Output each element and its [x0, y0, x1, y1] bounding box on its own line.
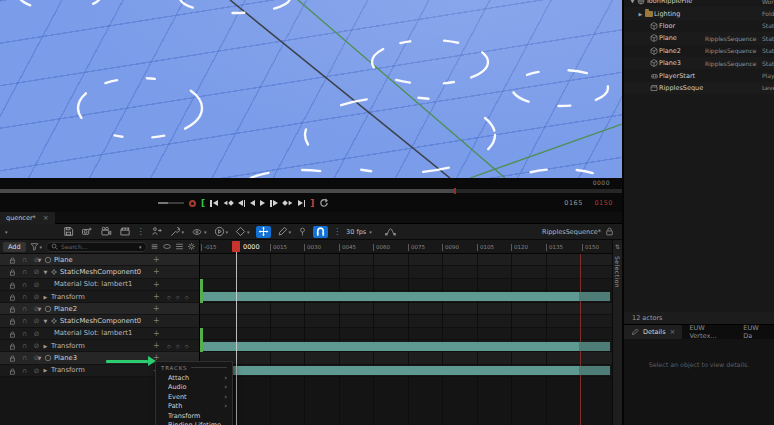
lock-icon[interactable] [8, 342, 17, 351]
track-add-icon[interactable]: + [153, 255, 160, 264]
sequence-breadcrumb[interactable]: RipplesSequence* [542, 227, 617, 236]
mute-icon[interactable]: ∩ [20, 317, 29, 326]
mute-icon[interactable]: ∩ [20, 354, 29, 363]
sequence-actions-button[interactable] [150, 226, 164, 238]
transform-section-bar[interactable] [202, 342, 610, 351]
step-forward-button[interactable] [270, 200, 278, 207]
close-icon[interactable]: × [670, 328, 676, 336]
save-button[interactable] [62, 226, 75, 238]
track-row-transform[interactable]: ∩ ⊘ ▶ Transform + ◇◇◇ [0, 340, 199, 352]
actions-wrench-button[interactable]: ▾ [169, 226, 186, 238]
menu-item-attach[interactable]: Attach › [156, 373, 232, 383]
to-end-button[interactable] [298, 200, 306, 207]
outliner-row-ripplesseque[interactable]: RipplesSeque Level [624, 82, 774, 94]
expand-arrow-icon[interactable]: ▶ [42, 367, 49, 373]
tab-euw-da[interactable]: EUW Da [736, 325, 774, 339]
deactivate-icon[interactable]: ⊘ [32, 268, 41, 277]
transform-section-bar[interactable] [202, 366, 610, 375]
menu-item-event[interactable]: Event › [156, 392, 232, 402]
deactivate-icon[interactable]: ⊘ [32, 281, 41, 290]
loop-start-icon[interactable]: [ [201, 198, 205, 208]
track-add-icon[interactable]: + [153, 316, 160, 325]
expand-arrow-icon[interactable]: ▶ [637, 11, 644, 17]
lock-icon[interactable] [8, 330, 17, 339]
tab-euw-vertex[interactable]: EUW Vertex... [682, 325, 736, 339]
expand-arrow-icon[interactable]: ▼ [42, 318, 49, 324]
playback-options-button[interactable]: ▾ [213, 226, 230, 238]
expand-arrow-icon[interactable]: ▼ [629, 0, 636, 4]
sequencer-timeline[interactable]: -015 0015 0030 0045 0060 0075 0090 0105 … [200, 240, 612, 425]
track-add-icon[interactable]: + [153, 329, 160, 338]
expand-arrow-icon[interactable]: ▼ [42, 269, 49, 275]
track-add-icon[interactable]: + [153, 341, 160, 350]
close-icon[interactable]: × [43, 214, 49, 222]
track-row-component[interactable]: ∩ ⊘ ▼ StaticMeshComponent0 + [0, 315, 199, 327]
outliner-row-plane[interactable]: Plane RipplesSequence Static [624, 32, 774, 44]
render-movie-button[interactable] [99, 226, 113, 238]
track-row-material[interactable]: ∩ ⊘ Material Slot: lambert1 + [0, 328, 199, 340]
autokey-button[interactable]: ▾ [276, 226, 293, 238]
expand-arrow-icon[interactable]: ▶ [42, 294, 49, 300]
pill-view-icon[interactable] [162, 242, 172, 251]
deactivate-icon[interactable]: ⊘ [32, 330, 41, 339]
lock-icon[interactable] [8, 256, 17, 265]
lock-icon[interactable] [8, 354, 17, 363]
outliner-row-plane3[interactable]: Plane3 RipplesSequence Static [624, 57, 774, 69]
deactivate-icon[interactable]: ⊘ [32, 354, 41, 363]
mute-icon[interactable]: ∩ [20, 305, 29, 314]
lock-icon[interactable] [8, 305, 17, 314]
outliner-row-world[interactable]: ▼ ToonRippleFile Worl [624, 0, 774, 7]
track-row-plane2[interactable]: ∩ ⊘ ▼ Plane2 + [0, 303, 199, 315]
add-track-button[interactable]: Add [3, 242, 26, 252]
deactivate-icon[interactable]: ⊘ [32, 305, 41, 314]
marker-pin-button[interactable] [297, 226, 308, 238]
to-front-button[interactable] [210, 200, 218, 207]
track-add-icon[interactable]: + [153, 292, 160, 301]
track-size-icon[interactable] [150, 242, 159, 251]
track-row-component[interactable]: ∩ ⊘ ▼ StaticMeshComponent0 + [0, 266, 199, 278]
mute-icon[interactable]: ∩ [20, 342, 29, 351]
deactivate-icon[interactable]: ⊘ [32, 342, 41, 351]
expand-arrow-icon[interactable]: ▶ [42, 343, 49, 349]
outliner-row-lighting[interactable]: ▶ Lighting Folde [624, 7, 774, 19]
track-row-transform[interactable]: ∩ ⊘ ▶ Transform + ◇◇◇ [0, 291, 199, 303]
mute-icon[interactable]: ∩ [20, 281, 29, 290]
loop-icon[interactable] [319, 198, 329, 208]
lock-icon[interactable] [8, 293, 17, 302]
mute-icon[interactable]: ∩ [20, 367, 29, 376]
record-button[interactable] [189, 200, 196, 207]
play-button[interactable] [260, 200, 265, 206]
mute-icon[interactable]: ∩ [20, 330, 29, 339]
mute-icon[interactable]: ∩ [20, 256, 29, 265]
timeline-scrubber[interactable] [0, 189, 622, 193]
track-row-plane[interactable]: ∩ ⊘ ▼ Plane + [0, 254, 199, 266]
deactivate-icon[interactable]: ⊘ [32, 256, 41, 265]
selection-side-tab[interactable]: ⇅ Selection [612, 240, 622, 425]
settings-gear-icon[interactable] [187, 242, 196, 251]
tab-details[interactable]: Details × [624, 325, 682, 339]
playhead-handle[interactable] [232, 241, 240, 252]
menu-item-transform[interactable]: Transform [156, 411, 232, 421]
next-key-button[interactable] [283, 200, 293, 206]
list-view-icon[interactable] [175, 242, 184, 251]
playrate-slider[interactable] [158, 202, 184, 204]
step-back-button[interactable] [238, 200, 246, 207]
fps-dropdown[interactable]: 30 fps ▾ [346, 228, 372, 236]
menu-item-binding-lifetime[interactable]: Binding Lifetime [156, 421, 232, 425]
track-add-icon[interactable]: + [153, 304, 160, 313]
viewport-3d[interactable] [0, 0, 622, 178]
overflow-dots-icon[interactable]: ⋮ [137, 228, 145, 236]
camera-lock-icon[interactable] [605, 227, 614, 236]
play-reverse-button[interactable] [250, 200, 255, 206]
transform-section-bar[interactable] [202, 292, 610, 301]
search-box[interactable]: ▾ [46, 242, 147, 252]
keyframe-nav-icons[interactable]: ◇◇◇ [167, 343, 194, 349]
filter-button[interactable]: ▾ [29, 241, 44, 253]
keyframe-nav-icons[interactable]: ◇◇◇ [167, 294, 194, 300]
curve-editor-button[interactable] [383, 226, 398, 238]
previous-key-button[interactable] [223, 200, 233, 206]
mute-icon[interactable]: ∩ [20, 293, 29, 302]
time-ruler[interactable]: -015 0015 0030 0045 0060 0075 0090 0105 … [200, 240, 612, 254]
clapperboard-button[interactable] [118, 226, 132, 238]
outliner-row-plane2[interactable]: Plane2 RipplesSequence Static [624, 45, 774, 57]
